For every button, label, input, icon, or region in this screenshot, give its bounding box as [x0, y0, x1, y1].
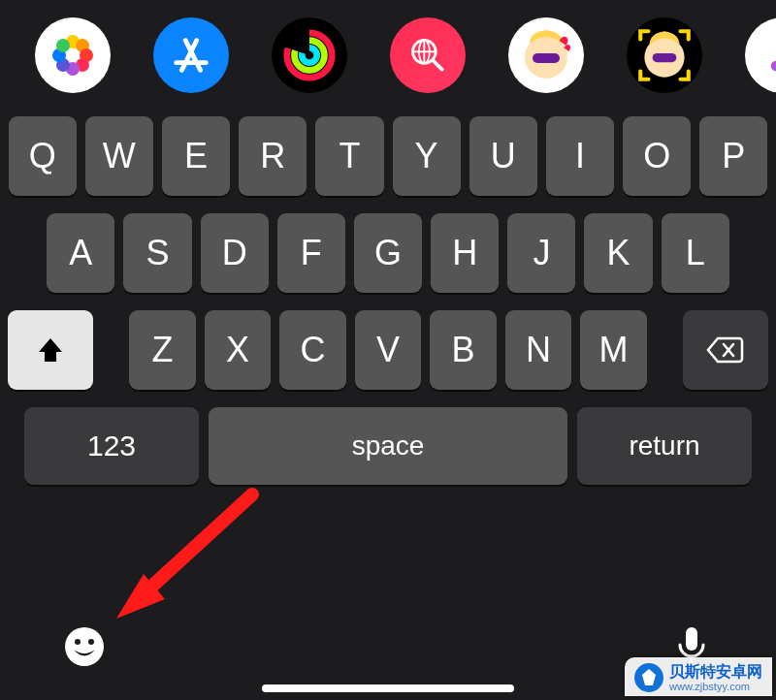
svg-line-31	[136, 494, 252, 601]
shift-key[interactable]	[8, 310, 93, 390]
keyboard-row-4: 123 space return	[8, 407, 768, 485]
key-m[interactable]: M	[580, 310, 646, 390]
key-h[interactable]: H	[431, 213, 499, 293]
photos-icon[interactable]	[35, 17, 111, 93]
key-y[interactable]: Y	[393, 116, 461, 196]
keyboard-row-2: A S D F G H J K L	[8, 213, 768, 293]
search-web-icon[interactable]	[390, 17, 466, 93]
svg-point-25	[65, 627, 104, 666]
key-v[interactable]: V	[355, 310, 421, 390]
keyboard-row-1: Q W E R T Y U I O P	[8, 116, 768, 196]
numeric-key[interactable]: 123	[24, 407, 199, 485]
key-u[interactable]: U	[469, 116, 537, 196]
music-icon[interactable]	[745, 17, 776, 93]
memoji-scan-icon[interactable]	[627, 17, 702, 93]
watermark-badge: 贝斯特安卓网 www.zjbstyy.com	[625, 657, 772, 696]
key-l[interactable]: L	[662, 213, 729, 293]
key-n[interactable]: N	[505, 310, 571, 390]
key-x[interactable]: X	[205, 310, 271, 390]
annotation-arrow	[97, 485, 272, 611]
key-e[interactable]: E	[162, 116, 230, 196]
key-t[interactable]: T	[315, 116, 383, 196]
key-p[interactable]: P	[699, 116, 767, 196]
key-o[interactable]: O	[623, 116, 691, 196]
return-key[interactable]: return	[577, 407, 752, 485]
activity-rings-icon[interactable]	[272, 17, 347, 93]
watermark-line2: www.zjbstyy.com	[669, 681, 762, 692]
svg-point-26	[75, 639, 81, 645]
app-store-icon[interactable]	[153, 17, 229, 93]
svg-rect-22	[653, 53, 677, 62]
home-indicator[interactable]	[262, 684, 514, 692]
key-b[interactable]: B	[430, 310, 496, 390]
key-w[interactable]: W	[85, 116, 153, 196]
svg-point-27	[88, 639, 94, 645]
svg-point-13	[302, 48, 316, 62]
keyboard-row-3: Z X C V B N M	[8, 310, 768, 390]
key-q[interactable]: Q	[9, 116, 77, 196]
emoji-keyboard-button[interactable]	[58, 620, 111, 673]
key-c[interactable]: C	[279, 310, 345, 390]
watermark-logo-icon	[634, 663, 663, 692]
memoji-hearts-icon[interactable]	[508, 17, 584, 93]
key-j[interactable]: J	[507, 213, 575, 293]
key-k[interactable]: K	[584, 213, 652, 293]
svg-point-7	[56, 39, 70, 52]
key-f[interactable]: F	[277, 213, 345, 293]
key-a[interactable]: A	[47, 213, 114, 293]
key-r[interactable]: R	[239, 116, 307, 196]
svg-rect-28	[686, 627, 697, 651]
backspace-key[interactable]	[683, 310, 768, 390]
key-z[interactable]: Z	[129, 310, 195, 390]
svg-rect-20	[533, 53, 560, 63]
key-d[interactable]: D	[201, 213, 269, 293]
svg-marker-32	[116, 574, 165, 619]
key-s[interactable]: S	[123, 213, 191, 293]
key-g[interactable]: G	[354, 213, 422, 293]
app-tray	[0, 0, 776, 107]
space-key[interactable]: space	[209, 407, 567, 485]
keyboard: Q W E R T Y U I O P A S D F G H J K L Z …	[0, 107, 776, 485]
watermark-line1: 贝斯特安卓网	[669, 663, 762, 681]
key-i[interactable]: I	[546, 116, 614, 196]
svg-line-18	[434, 61, 442, 70]
